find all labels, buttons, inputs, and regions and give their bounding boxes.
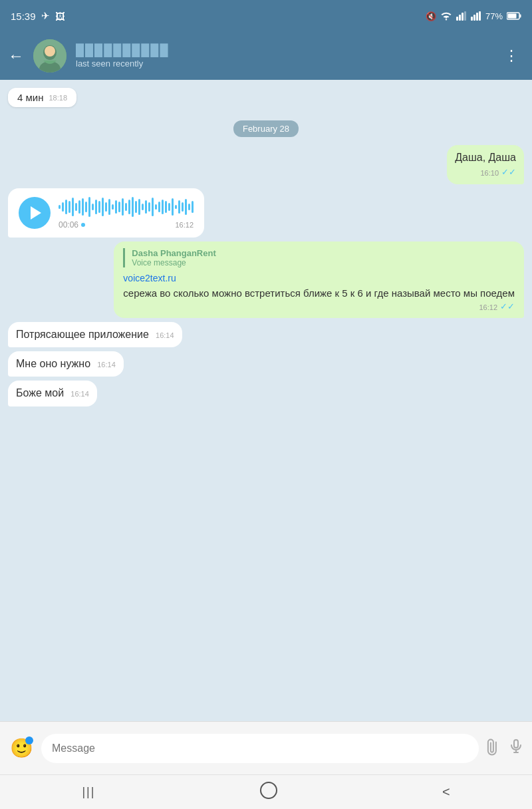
wave-bar [82, 198, 84, 216]
status-left: 15:39 ✈ 🖼 [11, 10, 65, 22]
incoming-bubble: Потрясающее приложение 16:14 [8, 322, 182, 347]
notification-chip: 4 мин 18:18 [8, 88, 76, 107]
signal-icon-2 [471, 11, 481, 21]
read-receipts: ✓✓ [501, 166, 516, 178]
emoji-badge [25, 736, 33, 744]
wave-bar [165, 201, 167, 213]
wave-bar [78, 200, 80, 214]
message-row: Мне оно нужно 16:14 [8, 351, 524, 377]
svg-point-18 [261, 782, 277, 798]
incoming-bubble: Мне оно нужно 16:14 [8, 351, 124, 377]
message-row: Боже мой 16:14 [8, 381, 524, 406]
wave-bar [188, 204, 190, 210]
wave-bar [85, 202, 87, 212]
mic-button[interactable] [508, 738, 524, 758]
wave-bar [178, 200, 180, 214]
message-input[interactable] [41, 734, 479, 763]
wave-bar [138, 199, 140, 215]
svg-point-14 [45, 46, 55, 57]
svg-rect-15 [514, 740, 518, 748]
status-bar: 15:39 ✈ 🖼 🔇 77% [0, 0, 532, 32]
wave-bar [105, 202, 107, 212]
signal-icon [456, 11, 467, 21]
wave-bar [132, 197, 134, 217]
wave-bar [128, 200, 130, 214]
wave-bar [172, 198, 174, 216]
message-row: 00:06 16:12 [8, 188, 524, 238]
message-text: Мне оно нужно [16, 358, 90, 369]
message-text: Потрясающее приложение [16, 329, 149, 340]
translated-bubble: Dasha PhanganRent Voice message voice2te… [114, 242, 524, 318]
voice2text-link[interactable]: voice2text.ru [123, 273, 515, 283]
status-time: 15:39 [11, 11, 36, 22]
nav-back-button[interactable]: < [442, 784, 450, 800]
message-time: 16:10 [480, 168, 499, 178]
play-icon [31, 206, 41, 220]
svg-rect-10 [520, 15, 521, 18]
contact-status: last seen recently [76, 59, 489, 69]
message-row: 4 мин 18:18 [8, 88, 524, 112]
wave-bar [148, 202, 150, 212]
wave-bar [75, 203, 77, 211]
play-button[interactable] [19, 197, 51, 229]
status-right: 🔇 77% [426, 11, 521, 21]
wave-bar [192, 201, 194, 213]
wave-bar [175, 205, 177, 209]
message-row: Dasha PhanganRent Voice message voice2te… [8, 242, 524, 318]
svg-rect-9 [508, 14, 517, 19]
wave-bar [115, 200, 117, 214]
navigation-bar: ||| < [0, 774, 532, 809]
wave-bar [158, 202, 160, 212]
voice-duration: 00:06 [59, 220, 85, 230]
chat-area: 4 мин 18:18 February 28 Даша, Даша 16:10… [0, 80, 532, 721]
wave-bar [108, 199, 110, 215]
wave-bar [168, 203, 170, 211]
voice-dot [81, 223, 85, 227]
quote-author: Dasha PhanganRent [132, 248, 515, 258]
wave-bar [185, 199, 187, 215]
message-time: 16:14 [156, 331, 174, 339]
svg-rect-3 [464, 11, 466, 21]
nav-home-button[interactable] [259, 781, 278, 804]
wave-bar [152, 198, 154, 216]
wave-bar [135, 201, 137, 213]
emoji-button[interactable]: 🙂 [8, 735, 35, 762]
battery-text: 77% [485, 11, 503, 21]
chat-header: ← ██████████ last seen recently ⋮ [0, 32, 532, 80]
wave-bar [118, 202, 120, 212]
voice-meta: 00:06 16:12 [59, 220, 194, 230]
wave-bar [72, 198, 74, 216]
wave-bar [65, 200, 67, 214]
nav-menu-button[interactable]: ||| [82, 785, 95, 799]
incoming-bubble: Боже мой 16:14 [8, 381, 97, 406]
waveform [59, 196, 194, 218]
svg-rect-0 [456, 17, 458, 21]
wifi-icon [440, 11, 452, 21]
date-divider: February 28 [8, 120, 524, 137]
avatar[interactable] [33, 39, 66, 73]
quote-bar: Dasha PhanganRent Voice message [123, 248, 515, 267]
message-time: 16:12 [479, 303, 497, 311]
header-menu-button[interactable]: ⋮ [499, 42, 524, 70]
voice-time: 16:12 [175, 221, 194, 229]
message-row: Даша, Даша 16:10 ✓✓ [8, 145, 524, 184]
wave-bar [62, 202, 64, 212]
wave-bar [162, 200, 164, 214]
wave-bar [112, 204, 114, 210]
date-badge: February 28 [233, 120, 299, 137]
quote-type: Voice message [132, 258, 515, 267]
back-button[interactable]: ← [8, 47, 24, 65]
wave-bar [182, 202, 184, 212]
svg-rect-7 [479, 11, 481, 21]
message-row: Потрясающее приложение 16:14 [8, 322, 524, 347]
message-time: 16:14 [70, 390, 89, 398]
svg-rect-1 [459, 15, 461, 21]
attach-button[interactable] [481, 735, 506, 760]
message-time: 16:14 [97, 361, 116, 369]
battery-icon [507, 12, 521, 20]
outgoing-bubble: Даша, Даша 16:10 ✓✓ [447, 145, 524, 184]
message-text: Боже мой [16, 387, 64, 399]
bubble-meta: 16:12 ✓✓ [123, 301, 515, 311]
wave-bar [142, 204, 144, 210]
wave-bar [92, 204, 94, 210]
